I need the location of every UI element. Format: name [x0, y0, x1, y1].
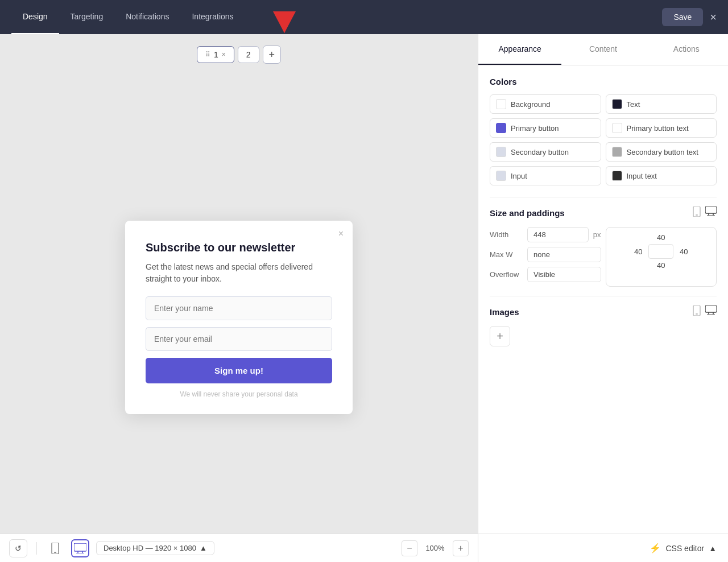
width-input[interactable]: [527, 227, 589, 242]
input-text-label: Input text: [627, 172, 657, 180]
desktop-view-button[interactable]: [71, 539, 89, 557]
zoom-out-button[interactable]: −: [402, 540, 417, 556]
close-button[interactable]: ×: [710, 11, 717, 24]
main-layout: ⠿ 1 × 2 + × Subscribe to our newsletter …: [0, 34, 728, 562]
panel-content: Colors Background Text Primary button: [478, 65, 728, 534]
bottom-bar: ↺ Desktop HD — 1920 × 1080 ▲: [0, 534, 478, 562]
top-nav: Design Targeting Notifications Integrati…: [0, 0, 728, 34]
add-step-button[interactable]: +: [263, 46, 282, 64]
maxw-field-row: Max W none: [490, 247, 601, 262]
color-input-text[interactable]: Input text: [606, 166, 717, 185]
padding-top-row: 40: [654, 233, 668, 242]
padding-left-value: 40: [631, 247, 645, 256]
size-paddings-header: Size and paddings: [490, 206, 717, 219]
padding-middle-row: 40 40: [631, 244, 690, 259]
overflow-select[interactable]: Visible: [527, 267, 601, 282]
svg-rect-10: [705, 206, 717, 213]
svg-rect-16: [705, 305, 717, 312]
refresh-icon: ↺: [15, 544, 22, 553]
separator: [36, 542, 37, 555]
zoom-in-button[interactable]: +: [453, 540, 469, 556]
padding-center-input[interactable]: [648, 244, 673, 259]
canvas-preview: × Subscribe to our newsletter Get the la…: [0, 73, 478, 562]
text-color-label: Text: [627, 100, 640, 109]
maxw-label: Max W: [490, 250, 523, 259]
images-header: Images: [490, 305, 717, 318]
secondary-button-swatch: [496, 147, 506, 157]
color-primary-button[interactable]: Primary button: [490, 118, 601, 138]
step-tab-1-close-icon[interactable]: ×: [222, 51, 226, 59]
nav-tab-targeting[interactable]: Targeting: [59, 0, 115, 34]
css-editor-bar: ⚡ CSS editor ▲: [478, 534, 728, 562]
svg-rect-3: [54, 552, 56, 553]
size-paddings-title: Size and paddings: [490, 208, 565, 218]
name-input[interactable]: [146, 296, 332, 320]
modal-close-button[interactable]: ×: [338, 229, 344, 239]
signup-button[interactable]: Sign me up!: [146, 358, 332, 383]
tab-appearance[interactable]: Appearance: [478, 34, 561, 65]
desktop-icon: [74, 543, 86, 553]
secondary-button-text-swatch: [612, 147, 622, 157]
images-title: Images: [490, 307, 519, 317]
nav-tab-integrations[interactable]: Integrations: [180, 0, 245, 34]
secondary-button-text-label: Secondary button text: [627, 148, 698, 156]
input-label: Input: [511, 172, 527, 180]
css-editor-button[interactable]: ⚡ CSS editor ▲: [650, 543, 717, 553]
text-color-swatch: [612, 99, 622, 109]
images-mobile-icon[interactable]: [693, 305, 701, 318]
size-desktop-icon[interactable]: [705, 206, 717, 219]
zoom-value: 100%: [424, 544, 446, 552]
background-swatch: [496, 99, 506, 109]
nav-tab-design[interactable]: Design: [11, 0, 59, 34]
canvas-area: ⠿ 1 × 2 + × Subscribe to our newsletter …: [0, 34, 478, 562]
css-editor-chevron-icon: ▲: [709, 544, 717, 553]
lightning-icon: ⚡: [650, 543, 661, 553]
nav-tab-notifications[interactable]: Notifications: [114, 0, 180, 34]
primary-button-text-swatch: [612, 123, 622, 133]
padding-bottom-value: 40: [654, 261, 668, 270]
color-background[interactable]: Background: [490, 94, 601, 114]
images-desktop-icon[interactable]: [705, 305, 717, 318]
refresh-button[interactable]: ↺: [9, 539, 27, 557]
modal-title: Subscribe to our newsletter: [146, 241, 332, 254]
maxw-select[interactable]: none: [527, 247, 601, 262]
step-tab-1-label: 1: [214, 50, 218, 59]
svg-marker-1: [278, 18, 291, 33]
overflow-field-row: Overflow Visible: [490, 267, 601, 282]
size-paddings-grid: Width px Max W none Overflow Visible: [490, 227, 717, 287]
tab-actions[interactable]: Actions: [645, 34, 728, 65]
color-primary-button-text[interactable]: Primary button text: [606, 118, 717, 138]
size-mobile-icon[interactable]: [693, 206, 701, 219]
width-field-row: Width px: [490, 227, 601, 242]
svg-rect-15: [696, 313, 698, 315]
svg-rect-9: [696, 214, 698, 216]
step-tab-2-label: 2: [246, 50, 251, 59]
color-secondary-button-text[interactable]: Secondary button text: [606, 142, 717, 162]
color-input[interactable]: Input: [490, 166, 601, 185]
secondary-button-label: Secondary button: [511, 148, 569, 156]
width-label: Width: [490, 230, 523, 239]
step-tab-1[interactable]: ⠿ 1 ×: [197, 46, 234, 63]
padding-box: 40 40 40 40: [606, 227, 717, 287]
primary-button-swatch: [496, 123, 506, 133]
resolution-selector[interactable]: Desktop HD — 1920 × 1080 ▲: [96, 541, 214, 555]
color-secondary-button[interactable]: Secondary button: [490, 142, 601, 162]
panel-tabs: Appearance Content Actions: [478, 34, 728, 65]
add-image-button[interactable]: +: [490, 326, 510, 346]
step-tabs: ⠿ 1 × 2 +: [197, 36, 281, 73]
mobile-view-button[interactable]: [46, 539, 64, 557]
modal-description: Get the latest news and special offers d…: [146, 261, 332, 285]
mobile-icon: [51, 543, 60, 554]
padding-bottom-row: 40: [654, 261, 668, 270]
css-editor-label: CSS editor: [665, 544, 704, 553]
email-input[interactable]: [146, 327, 332, 351]
input-swatch: [496, 171, 506, 181]
tab-content[interactable]: Content: [561, 34, 644, 65]
color-text[interactable]: Text: [606, 94, 717, 114]
input-text-swatch: [612, 171, 622, 181]
size-device-icons: [693, 206, 717, 219]
step-tab-2[interactable]: 2: [238, 46, 259, 63]
resolution-label: Desktop HD — 1920 × 1080: [104, 544, 196, 552]
size-fields: Width px Max W none Overflow Visible: [490, 227, 601, 287]
save-button[interactable]: Save: [662, 8, 703, 26]
